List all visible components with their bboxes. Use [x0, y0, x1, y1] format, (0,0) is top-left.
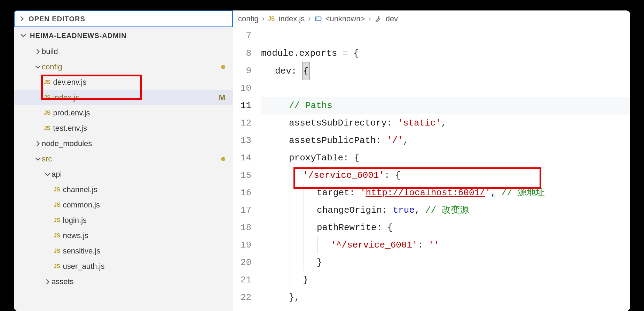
indent-guide — [262, 202, 262, 219]
git-status-badge: M — [219, 93, 225, 102]
breadcrumb-item[interactable]: <unknown> — [325, 14, 365, 23]
file-sensitive.js[interactable]: JSsensitive.js — [14, 243, 233, 259]
line-number: 16 — [233, 184, 251, 202]
chevron-right-icon — [18, 16, 26, 22]
code-area[interactable]: 78910111213141516171819202122 module.exp… — [233, 27, 630, 311]
folder-src[interactable]: src — [14, 151, 233, 167]
code-token: // 改变源 — [425, 205, 469, 215]
chevron-right-icon: › — [262, 14, 265, 23]
code-token: : — [376, 135, 387, 146]
chevron-right-icon — [44, 279, 52, 285]
code-token: ' — [360, 188, 366, 198]
code-line[interactable]: // Paths — [261, 97, 630, 114]
file-login.js[interactable]: JSlogin.js — [14, 213, 233, 228]
folder-api[interactable]: api — [14, 167, 233, 182]
indent-guide — [290, 236, 290, 254]
code-token: exports — [299, 48, 337, 59]
symbol-property-icon — [375, 15, 382, 23]
indent-guide — [290, 219, 290, 236]
code-line[interactable]: } — [261, 254, 630, 271]
code-token: : { — [384, 170, 401, 181]
code-line[interactable]: assetsSubDirectory: 'static', — [261, 114, 630, 132]
tree-item-label: assets — [52, 277, 74, 286]
editor-pane: config › JS index.js › <unknown> › dev 7… — [233, 10, 630, 311]
folder-build[interactable]: build — [14, 44, 233, 59]
code-line[interactable] — [261, 79, 630, 97]
code-token: http://localhost:6001/ — [366, 188, 485, 198]
indent-guide — [262, 62, 262, 79]
open-editors-section[interactable]: OPEN EDITORS — [14, 10, 233, 27]
file-prod.env.js[interactable]: JSprod.env.js — [14, 105, 233, 121]
breadcrumb-item[interactable]: index.js — [279, 14, 305, 23]
indent-guide — [276, 271, 276, 289]
file-test.env.js[interactable]: JStest.env.js — [14, 121, 233, 136]
folder-node_modules[interactable]: node_modules — [14, 136, 233, 151]
code-line[interactable]: '^/service_6001': '' — [261, 236, 630, 254]
tree-item-label: common.js — [63, 200, 100, 210]
line-number: 18 — [233, 219, 251, 236]
js-file-icon: JS — [44, 79, 50, 85]
line-number: 13 — [233, 132, 251, 149]
indent-guide — [276, 79, 276, 97]
indent-guide — [276, 167, 276, 184]
tree-item-label: config — [42, 62, 62, 71]
chevron-down-icon — [19, 32, 27, 39]
code-token: = { — [337, 48, 359, 59]
indent-guide — [290, 184, 290, 202]
breadcrumb[interactable]: config › JS index.js › <unknown> › dev — [233, 10, 630, 27]
file-common.js[interactable]: JScommon.js — [14, 197, 233, 213]
project-header[interactable]: HEIMA-LEADNEWS-ADMIN — [14, 27, 233, 44]
folder-config[interactable]: config — [14, 59, 233, 75]
file-index.js[interactable]: JSindex.jsM — [14, 90, 233, 105]
svg-rect-0 — [315, 17, 321, 21]
line-number: 8 — [233, 45, 251, 62]
line-number: 22 — [233, 289, 251, 306]
code-token: : { — [343, 153, 360, 163]
code-line[interactable]: pathRewrite: { — [261, 219, 630, 236]
file-dev.env.js[interactable]: JSdev.env.js — [14, 75, 233, 90]
indent-guide — [290, 167, 290, 184]
open-editors-label: OPEN EDITORS — [29, 15, 85, 23]
line-number: 20 — [233, 254, 251, 271]
code-token: : — [350, 188, 360, 198]
indent-guide — [262, 219, 262, 236]
code-line[interactable]: assetsPublicPath: '/', — [261, 132, 630, 149]
chevron-right-icon: › — [308, 14, 311, 23]
file-news.js[interactable]: JSnews.js — [14, 228, 233, 243]
file-user_auth.js[interactable]: JSuser_auth.js — [14, 259, 233, 274]
indent-guide — [276, 114, 276, 132]
indent-guide — [304, 254, 304, 271]
tree-item-label: node_modules — [42, 139, 92, 148]
code-line[interactable]: }, — [261, 289, 630, 306]
file-channel.js[interactable]: JSchannel.js — [14, 182, 233, 197]
folder-assets[interactable]: assets — [14, 274, 233, 289]
code-content[interactable]: module.exports = {dev: {// PathsassetsSu… — [261, 27, 630, 311]
tree-item-label: api — [52, 170, 62, 179]
js-file-icon: JS — [44, 94, 50, 101]
code-line[interactable]: } — [261, 271, 630, 289]
code-token: assetsPublicPath — [289, 135, 376, 146]
js-file-icon: JS — [54, 233, 60, 239]
code-line[interactable]: dev: { — [261, 62, 630, 79]
sidebar: OPEN EDITORS HEIMA-LEADNEWS-ADMIN buildc… — [14, 10, 233, 311]
indent-guide — [262, 289, 262, 306]
code-line[interactable]: module.exports = { — [261, 45, 630, 62]
code-token: { — [302, 62, 310, 80]
editor-window: OPEN EDITORS HEIMA-LEADNEWS-ADMIN buildc… — [14, 10, 630, 311]
tree-item-label: news.js — [63, 231, 88, 240]
indent-guide — [262, 97, 262, 114]
line-number: 17 — [233, 202, 251, 219]
breadcrumb-item[interactable]: config — [238, 14, 259, 23]
symbol-module-icon — [314, 15, 322, 23]
indent-guide — [276, 289, 276, 306]
code-line[interactable] — [261, 27, 630, 45]
indent-guide — [276, 236, 276, 254]
svg-point-1 — [316, 18, 317, 20]
code-line[interactable]: changeOrigin: true, // 改变源 — [261, 202, 630, 219]
chevron-right-icon — [34, 141, 42, 147]
code-line[interactable]: '/service_6001': { — [261, 167, 630, 184]
code-line[interactable]: proxyTable: { — [261, 149, 630, 167]
code-line[interactable]: target: 'http://localhost:6001/', // 源地址 — [261, 184, 630, 202]
breadcrumb-item[interactable]: dev — [386, 14, 398, 23]
indent-guide — [262, 254, 262, 271]
